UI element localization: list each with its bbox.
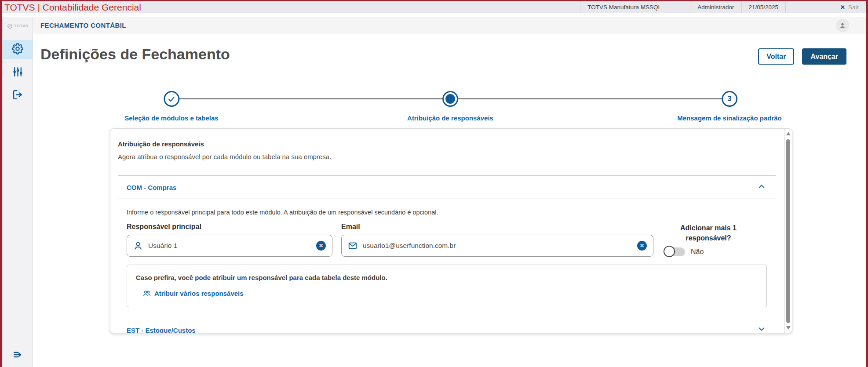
totvs-logo-icon: [7, 23, 13, 29]
user-avatar-icon: [839, 22, 846, 29]
people-icon: [143, 289, 151, 297]
app-window: TOTVS | Contabilidade Gerencial TOTVS Ma…: [0, 0, 868, 367]
page-actions: Voltar Avançar: [758, 48, 846, 65]
step-2-label: Atribuição de responsáveis: [407, 114, 493, 122]
window-frame-right: [866, 0, 868, 367]
next-module-title: EST - Estoque/Custos: [127, 327, 196, 333]
close-icon: ✕: [840, 4, 845, 11]
chevron-up-icon[interactable]: [757, 182, 766, 193]
person-icon: [133, 241, 143, 251]
check-icon: [167, 95, 175, 103]
module-section-est[interactable]: EST - Estoque/Custos: [127, 325, 766, 333]
sidebar-item-parameters[interactable]: [3, 63, 33, 82]
sidebar-item-exit[interactable]: [3, 86, 33, 105]
toggle-knob: [664, 246, 675, 257]
app-title: TOTVS | Contabilidade Gerencial: [0, 2, 141, 13]
next-button[interactable]: Avançar: [802, 48, 846, 65]
environment-name: TOTVS Manufatura MSSQL: [580, 1, 690, 13]
module-instruction: Informe o responsável principal para tod…: [127, 209, 776, 216]
totvs-logo-text: TOTVS: [14, 24, 28, 28]
email-input-box: ✕: [341, 235, 653, 257]
window-frame-left: [0, 0, 2, 367]
responsible-label: Responsável principal: [127, 223, 332, 231]
expand-menu-icon: [12, 349, 23, 362]
sidebar-item-settings[interactable]: [3, 40, 33, 59]
scroll-down-arrow-icon[interactable]: [786, 326, 791, 330]
back-button[interactable]: Voltar: [758, 48, 794, 65]
step-1-label: Seleção de módulos e tabelas: [124, 114, 218, 122]
step-2-circle: [442, 91, 458, 107]
module-header-bar: FECHAMENTO CONTÁBIL: [33, 17, 866, 33]
assign-multiple-label: Atribuir vários responsáveis: [154, 290, 244, 297]
scroll-up-arrow-icon[interactable]: [786, 132, 791, 135]
step-1-circle: [164, 91, 179, 107]
card-heading: Atribuição de responsáveis: [118, 140, 776, 148]
page-title: Definições de Fechamento: [40, 46, 230, 63]
step-2-active[interactable]: Atribuição de responsáveis: [407, 91, 493, 122]
chevron-down-icon[interactable]: [757, 325, 766, 333]
email-label: Email: [341, 223, 653, 231]
logout-icon: [12, 89, 23, 102]
card-description: Agora atribua o responsável por cada mód…: [118, 153, 776, 160]
top-bar: TOTVS | Contabilidade Gerencial TOTVS Ma…: [0, 0, 868, 13]
expand-menu-button[interactable]: [3, 344, 33, 367]
current-date: 21/05/2025: [741, 1, 786, 13]
step-3-number: 3: [728, 95, 732, 103]
step-1-done[interactable]: Seleção de módulos e tabelas: [124, 91, 218, 122]
email-input[interactable]: [363, 242, 632, 250]
top-bar-spacer: [785, 1, 833, 13]
module-section-com[interactable]: COM - Compras: [118, 176, 776, 199]
totvs-logo: TOTVS: [3, 17, 33, 35]
clear-responsible-icon[interactable]: ✕: [316, 241, 326, 251]
logout-button[interactable]: ✕ Sair: [833, 1, 866, 13]
assignment-card-content: Atribuição de responsáveis Agora atribua…: [110, 129, 784, 333]
avatar[interactable]: [836, 19, 849, 32]
responsible-input[interactable]: [148, 242, 311, 250]
module-section-title: COM - Compras: [127, 184, 176, 191]
top-bar-right: TOTVS Manufatura MSSQL Administrador 21/…: [580, 1, 866, 13]
responsible-form: Responsável principal ✕ Email ✕: [127, 223, 776, 257]
main-content: Definições de Fechamento Voltar Avançar …: [33, 33, 866, 367]
module-title: FECHAMENTO CONTÁBIL: [33, 22, 126, 29]
step-3-circle: 3: [722, 91, 737, 107]
assignment-card: Atribuição de responsáveis Agora atribua…: [110, 128, 792, 333]
subcard-text: Caso prefira, você pode atribuir um resp…: [136, 274, 758, 281]
step-3-todo[interactable]: 3 Mensagem de sinalização padrão: [677, 91, 782, 122]
clear-email-icon[interactable]: ✕: [637, 241, 647, 251]
assign-multiple-link[interactable]: Atribuir vários responsáveis: [143, 289, 244, 297]
card-scrollbar[interactable]: [784, 129, 792, 333]
sliders-icon: [12, 66, 23, 79]
per-table-subcard: Caso prefira, você pode atribuir um resp…: [127, 265, 767, 307]
scrollbar-thumb[interactable]: [786, 139, 790, 323]
add-more-value: Não: [691, 248, 704, 256]
add-more-label: Adicionar mais 1 responsável?: [662, 223, 755, 243]
sidebar: TOTVS: [2, 17, 33, 367]
step-3-label: Mensagem de sinalização padrão: [677, 114, 782, 122]
logout-label: Sair: [848, 4, 859, 11]
add-more-toggle[interactable]: [665, 247, 685, 256]
section-divider-bottom: [118, 199, 776, 199]
responsible-input-box: ✕: [127, 235, 332, 257]
user-name: Administrador: [690, 1, 741, 13]
envelope-icon: [348, 241, 357, 251]
gear-icon: [12, 43, 23, 56]
